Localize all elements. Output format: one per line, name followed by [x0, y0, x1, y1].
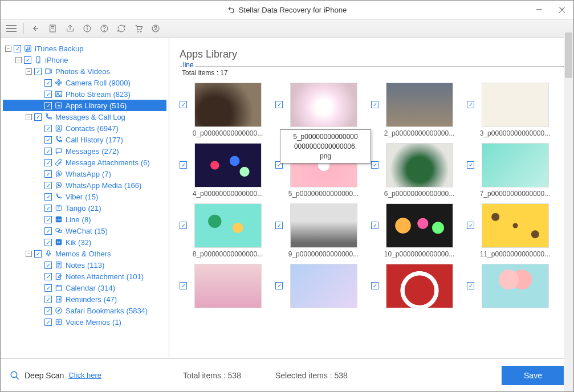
- thumbnail-image[interactable]: [290, 83, 357, 127]
- checkbox[interactable]: ✓: [44, 296, 52, 303]
- thumbnail-image[interactable]: [386, 264, 453, 308]
- back-button[interactable]: [29, 21, 43, 36]
- tree-item-wechat[interactable]: ✓WeChat (15): [3, 225, 166, 236]
- thumbnail-cell[interactable]: ✓10_p0000000000000...: [371, 203, 457, 258]
- thumbnail-cell[interactable]: ✓8_p00000000000000...: [180, 203, 265, 258]
- thumbnail-cell[interactable]: ✓3_p00000000000000...: [467, 83, 552, 137]
- tree-item-notes[interactable]: ✓Notes (113): [3, 259, 166, 271]
- checkbox[interactable]: ✓: [44, 227, 52, 235]
- thumbnail-cell[interactable]: ✓11_p0000000000000...: [467, 203, 552, 258]
- checkbox[interactable]: ✓: [44, 170, 52, 178]
- checkbox[interactable]: ✓: [44, 148, 52, 155]
- menu-button[interactable]: [4, 21, 19, 36]
- checkbox[interactable]: ✓: [34, 250, 42, 258]
- checkbox[interactable]: ✓: [467, 222, 474, 229]
- checkbox[interactable]: ✓: [44, 284, 52, 292]
- tree-item-whatsapp-media[interactable]: ✓WhatsApp Media (166): [3, 179, 166, 191]
- checkbox[interactable]: ✓: [44, 273, 52, 280]
- tree-item-notes-attachment[interactable]: ✓Notes Attachment (101): [3, 271, 166, 282]
- tree-item-camera-roll[interactable]: ✓Camera Roll (9000): [3, 77, 166, 88]
- checkbox[interactable]: ✓: [467, 282, 474, 289]
- checkbox[interactable]: ✓: [180, 282, 187, 289]
- thumbnail-cell[interactable]: ✓: [180, 264, 265, 311]
- tree-item-contacts[interactable]: ✓Contacts (6947): [3, 122, 166, 134]
- expander-icon[interactable]: −: [15, 57, 22, 63]
- thumbnail-image[interactable]: [386, 203, 453, 248]
- tree-root[interactable]: −✓iTunes Backup: [3, 43, 166, 54]
- checkbox[interactable]: ✓: [180, 101, 187, 108]
- minimize-button[interactable]: [528, 1, 551, 19]
- checkbox[interactable]: ✓: [34, 113, 42, 121]
- tree-category[interactable]: −✓Memos & Others: [3, 248, 166, 259]
- checkbox[interactable]: ✓: [44, 102, 52, 109]
- thumbnail-image[interactable]: [482, 83, 549, 127]
- checkbox[interactable]: ✓: [275, 282, 283, 289]
- checkbox[interactable]: ✓: [44, 239, 52, 246]
- tree-item-kik[interactable]: ✓kikKik (32): [3, 236, 166, 248]
- tree-item-tango[interactable]: ✓TTango (21): [3, 202, 166, 214]
- info-icon[interactable]: [80, 21, 95, 36]
- thumbnail-image[interactable]: [194, 83, 262, 127]
- thumbnail-cell[interactable]: ✓: [275, 264, 361, 311]
- thumbnail-cell[interactable]: ✓2_p00000000000000...: [371, 83, 457, 137]
- checkbox[interactable]: ✓: [44, 216, 52, 223]
- checkbox[interactable]: ✓: [44, 205, 52, 212]
- save-button[interactable]: Save: [502, 366, 564, 385]
- thumbnail-image[interactable]: [482, 143, 549, 187]
- thumbnail-image[interactable]: [386, 143, 453, 187]
- tree-item-voice-memos[interactable]: ✓Voice Memos (1): [3, 316, 166, 328]
- thumbnail-cell[interactable]: ✓: [467, 264, 552, 311]
- cart-icon[interactable]: [131, 21, 146, 36]
- thumbnail-image[interactable]: [290, 264, 357, 308]
- tree-item-calendar[interactable]: ✓Calendar (314): [3, 282, 166, 293]
- tree-item-line[interactable]: ✓LINELine (8): [3, 214, 166, 225]
- thumbnail-image[interactable]: [194, 264, 262, 308]
- checkbox[interactable]: ✓: [180, 222, 187, 229]
- checkbox[interactable]: ✓: [44, 159, 52, 166]
- thumbnail-cell[interactable]: ✓: [371, 264, 457, 311]
- checkbox[interactable]: ✓: [180, 161, 187, 169]
- checkbox[interactable]: ✓: [44, 136, 52, 144]
- thumbnail-cell[interactable]: ✓4_p00000000000000...: [180, 143, 265, 198]
- thumbnail-image[interactable]: [482, 264, 549, 308]
- thumbnail-image[interactable]: [482, 203, 549, 248]
- tree-iphone[interactable]: −✓iPhone: [3, 54, 166, 66]
- thumbnail-cell[interactable]: ✓0_p00000000000000...: [180, 83, 265, 137]
- tree-item-viber[interactable]: ✓Viber (15): [3, 191, 166, 202]
- tree-item-message-attachments[interactable]: ✓Message Attachments (6): [3, 157, 166, 168]
- tree-item-messages[interactable]: ✓Messages (272): [3, 145, 166, 157]
- thumbnail-image[interactable]: [290, 203, 357, 248]
- checkbox[interactable]: ✓: [44, 125, 52, 132]
- checkbox[interactable]: ✓: [44, 262, 52, 269]
- thumbnail-image[interactable]: [194, 203, 262, 248]
- checkbox[interactable]: ✓: [371, 282, 378, 289]
- user-icon[interactable]: [148, 21, 163, 36]
- thumbnail-cell[interactable]: ✓7_p00000000000000...: [467, 143, 552, 198]
- checkbox[interactable]: ✓: [44, 318, 52, 326]
- refresh-icon[interactable]: [114, 21, 129, 36]
- checkbox[interactable]: ✓: [467, 101, 474, 108]
- checkbox[interactable]: ✓: [44, 79, 52, 87]
- close-button[interactable]: [551, 1, 573, 19]
- checkbox[interactable]: ✓: [467, 161, 474, 169]
- thumbnail-image[interactable]: [194, 143, 262, 187]
- tree-item-safari-bookmarks[interactable]: ✓Safari Bookmarks (5834): [3, 305, 166, 316]
- sidebar-tree[interactable]: −✓iTunes Backup−✓iPhone−✓Photos & Videos…: [1, 38, 169, 358]
- scroll-thumb[interactable]: [565, 32, 572, 78]
- checkbox[interactable]: ✓: [44, 182, 52, 189]
- checkbox[interactable]: ✓: [275, 101, 283, 108]
- checkbox[interactable]: ✓: [34, 68, 42, 75]
- tree-item-whatsapp[interactable]: ✓WhatsApp (7): [3, 168, 166, 179]
- checkbox[interactable]: ✓: [24, 56, 31, 64]
- checkbox[interactable]: ✓: [44, 193, 52, 201]
- expander-icon[interactable]: −: [26, 68, 32, 75]
- export-icon[interactable]: [63, 21, 78, 36]
- scrollbar[interactable]: [564, 32, 573, 391]
- thumbnail-cell[interactable]: ✓9_p00000000000000...: [275, 203, 361, 258]
- checkbox[interactable]: ✓: [44, 91, 52, 98]
- checkbox[interactable]: ✓: [44, 307, 52, 315]
- tree-item-call-history[interactable]: ✓Call History (177): [3, 134, 166, 145]
- expander-icon[interactable]: −: [26, 114, 32, 120]
- thumbnail-image[interactable]: [386, 83, 453, 127]
- checkbox[interactable]: ✓: [371, 161, 378, 169]
